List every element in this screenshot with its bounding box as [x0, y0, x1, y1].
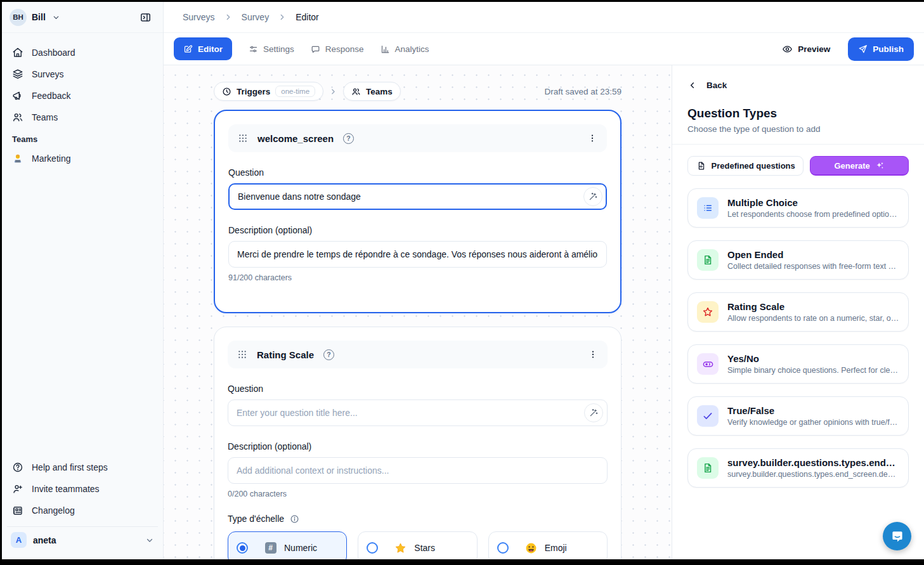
- description-label: Description (optional): [228, 225, 607, 235]
- sidebar-footer: Help and first steps Invite teammates Ch…: [2, 453, 163, 521]
- tab-response[interactable]: Response: [311, 44, 364, 54]
- tab-label: Analytics: [395, 44, 429, 54]
- sidebar-item-help[interactable]: Help and first steps: [7, 457, 158, 478]
- megaphone-icon: [12, 90, 23, 101]
- account-menu[interactable]: A aneta: [7, 526, 158, 553]
- sidebar-item-dashboard[interactable]: Dashboard: [7, 42, 158, 63]
- triggers-badge: one-time: [275, 86, 315, 97]
- smiley-emoji-icon: [525, 542, 537, 554]
- option-label: Emoji: [545, 543, 567, 553]
- sidebar-item-label: Changelog: [32, 505, 75, 516]
- question-card-welcome-screen[interactable]: welcome_screen ? Question: [214, 110, 621, 313]
- breadcrumb-editor: Editor: [296, 12, 319, 22]
- question-card-rating-scale[interactable]: Rating Scale ? Question: [214, 327, 621, 559]
- question-input[interactable]: [228, 183, 607, 210]
- draft-status: Draft saved at 23:59: [544, 87, 621, 96]
- app-window: BH Bill Dashboard Surv: [2, 2, 924, 559]
- clock-icon: [222, 87, 231, 96]
- users-icon: [12, 112, 23, 123]
- chat-launcher-button[interactable]: [883, 522, 911, 550]
- question-type-end-screen[interactable]: survey.builder.questions.types.end_scr..…: [687, 448, 909, 488]
- info-circle-icon[interactable]: [290, 514, 299, 524]
- sidebar-item-teams[interactable]: Teams: [7, 107, 158, 128]
- card-menu-button[interactable]: [587, 133, 597, 143]
- option-label: Stars: [414, 543, 435, 553]
- scale-option-numeric[interactable]: # Numeric: [228, 531, 347, 559]
- drag-handle-icon[interactable]: [237, 349, 247, 360]
- card-header: welcome_screen ?: [228, 124, 607, 152]
- sidebar-item-label: Surveys: [32, 69, 64, 79]
- ai-rewrite-button[interactable]: [584, 403, 603, 422]
- question-input-wrap: [228, 399, 608, 426]
- divider: [672, 144, 924, 145]
- question-label: Question: [228, 167, 607, 178]
- sidebar-item-label: Teams: [32, 112, 58, 122]
- sidebar-item-surveys[interactable]: Surveys: [7, 63, 158, 85]
- chevron-right-icon: [278, 13, 287, 22]
- document-icon: [697, 249, 719, 271]
- sidebar-item-marketing[interactable]: Marketing: [7, 148, 158, 169]
- sidebar-item-label: Dashboard: [32, 48, 75, 58]
- type-description: Collect detailed responses with free-for…: [727, 262, 899, 271]
- drag-handle-icon[interactable]: [238, 133, 248, 143]
- tab-label: Response: [325, 44, 364, 54]
- description-input[interactable]: [228, 241, 607, 268]
- description-input-wrap: [228, 241, 607, 268]
- triggers-button[interactable]: Triggers one-time: [214, 82, 323, 101]
- publish-button[interactable]: Publish: [848, 37, 914, 61]
- tab-editor[interactable]: Editor: [174, 37, 232, 60]
- question-input[interactable]: [228, 399, 608, 426]
- user-plus-icon: [12, 483, 23, 495]
- tab-settings[interactable]: Settings: [249, 44, 294, 54]
- radio-selected[interactable]: [237, 542, 248, 554]
- question-type-rating-scale[interactable]: Rating Scale Allow respondents to rate o…: [687, 292, 909, 332]
- chat-smile-icon: [890, 529, 904, 543]
- sidebar-item-feedback[interactable]: Feedback: [7, 85, 158, 107]
- sidebar-item-label: Feedback: [32, 91, 70, 101]
- question-type-true-false[interactable]: True/False Verify knowledge or gather op…: [687, 396, 909, 436]
- chat-bubble-icon: [311, 44, 320, 54]
- help-circle-icon[interactable]: ?: [323, 349, 334, 360]
- teams-button[interactable]: Teams: [343, 82, 401, 101]
- card-title: Rating Scale: [257, 349, 314, 360]
- sidebar-collapse-button[interactable]: [135, 7, 155, 27]
- preview-button[interactable]: Preview: [782, 44, 830, 55]
- question-input-wrap: [228, 183, 607, 210]
- description-input[interactable]: [228, 457, 608, 484]
- check-icon: [697, 405, 719, 427]
- file-code-icon: [696, 161, 706, 171]
- sidebar-item-changelog[interactable]: Changelog: [7, 500, 158, 521]
- predefined-questions-button[interactable]: Predefined questions: [687, 156, 804, 176]
- card-menu-button[interactable]: [588, 349, 598, 360]
- preview-label: Preview: [798, 44, 830, 54]
- question-types-panel: Back Question Types Choose the type of q…: [672, 65, 924, 559]
- question-type-multiple-choice[interactable]: Multiple Choice Let respondents choose f…: [687, 188, 909, 228]
- radio-unselected[interactable]: [367, 542, 378, 554]
- question-type-yes-no[interactable]: Yes/No Simple binary choice questions. P…: [687, 344, 909, 384]
- workspace-switcher[interactable]: BH Bill: [2, 2, 163, 33]
- help-circle-icon[interactable]: ?: [343, 133, 354, 144]
- panel-subtitle: Choose the type of question to add: [687, 124, 909, 134]
- type-description: survey.builder.questions.types.end_scree…: [727, 470, 899, 479]
- breadcrumb-surveys[interactable]: Surveys: [183, 12, 215, 22]
- sidebar-item-label: Help and first steps: [32, 462, 108, 472]
- generate-button[interactable]: Generate: [810, 156, 909, 176]
- magic-wand-icon: [589, 192, 597, 201]
- layers-icon: [12, 68, 23, 80]
- question-type-open-ended[interactable]: Open Ended Collect detailed responses wi…: [687, 240, 909, 280]
- star-icon: [697, 301, 719, 323]
- tab-analytics[interactable]: Analytics: [381, 44, 429, 54]
- toggle-icon: [697, 353, 719, 375]
- generate-label: Generate: [834, 161, 869, 171]
- sidebar-item-invite[interactable]: Invite teammates: [7, 478, 158, 500]
- breadcrumb-survey[interactable]: Survey: [242, 12, 270, 22]
- scale-option-emoji[interactable]: Emoji: [488, 531, 608, 559]
- scale-type-label: Type d'échelle: [228, 514, 284, 524]
- teams-section-label: Teams: [7, 128, 158, 148]
- back-button[interactable]: Back: [687, 81, 909, 90]
- scale-type-options: # Numeric Stars: [228, 531, 608, 559]
- radio-unselected[interactable]: [497, 542, 509, 554]
- type-title: survey.builder.questions.types.end_scr..…: [727, 457, 899, 468]
- ai-rewrite-button[interactable]: [583, 187, 602, 206]
- scale-option-stars[interactable]: Stars: [358, 531, 477, 559]
